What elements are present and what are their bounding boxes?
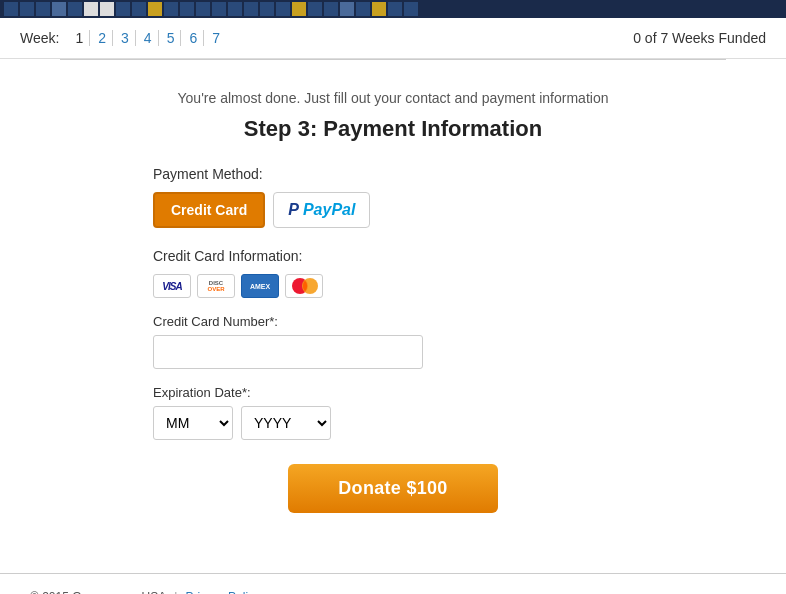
footer-left: © 2015 Greenpeace USA | Privacy Policy	[30, 590, 260, 594]
banner-sq	[308, 2, 322, 16]
banner-sq	[372, 2, 386, 16]
week-4-link[interactable]: 4	[138, 30, 159, 46]
banner-sq	[292, 2, 306, 16]
footer-separator: |	[174, 590, 177, 594]
cc-number-label: Credit Card Number*:	[153, 314, 633, 329]
payment-method-label: Payment Method:	[153, 166, 633, 182]
banner-sq	[340, 2, 354, 16]
week-label: Week:	[20, 30, 59, 46]
cc-info-label: Credit Card Information:	[153, 248, 633, 264]
banner-sq	[148, 2, 162, 16]
banner-sq	[20, 2, 34, 16]
banner-sq	[244, 2, 258, 16]
payment-methods: Credit Card PPayPal	[153, 192, 633, 228]
year-select[interactable]: YYYY 2015 2016 2017 2018 2019 2020 2021 …	[241, 406, 331, 440]
week-navigation: Week: 1 2 3 4 5 6 7 0 of 7 Weeks Funded	[0, 18, 786, 59]
mastercard-icon	[285, 274, 323, 298]
banner-sq	[100, 2, 114, 16]
expiry-row: MM 01 02 03 04 05 06 07 08 09 10 11 12 Y…	[153, 406, 633, 440]
week-7-link[interactable]: 7	[206, 30, 226, 46]
banner-sq	[404, 2, 418, 16]
credit-card-button[interactable]: Credit Card	[153, 192, 265, 228]
week-3-link[interactable]: 3	[115, 30, 136, 46]
main-content: You're almost done. Just fill out your c…	[93, 60, 693, 553]
paypal-p-icon: P	[288, 201, 299, 219]
banner-sq	[68, 2, 82, 16]
banner-sq	[228, 2, 242, 16]
step-title: Step 3: Payment Information	[153, 116, 633, 142]
paypal-al-icon: PayPal	[303, 201, 355, 219]
banner-sq	[260, 2, 274, 16]
banner-sq	[36, 2, 50, 16]
banner-sq	[4, 2, 18, 16]
month-select[interactable]: MM 01 02 03 04 05 06 07 08 09 10 11 12	[153, 406, 233, 440]
cc-number-input[interactable]	[153, 335, 423, 369]
donate-button[interactable]: Donate $100	[288, 464, 497, 513]
week-6-link[interactable]: 6	[183, 30, 204, 46]
banner-sq	[324, 2, 338, 16]
banner-sq	[212, 2, 226, 16]
banner-sq	[196, 2, 210, 16]
funded-status: 0 of 7 Weeks Funded	[633, 30, 766, 46]
banner-sq	[180, 2, 194, 16]
week-nav-left: Week: 1 2 3 4 5 6 7	[20, 30, 226, 46]
mastercard-svg	[286, 274, 322, 298]
discover-bottom: OVER	[207, 286, 224, 292]
discover-icon: DISC OVER	[197, 274, 235, 298]
week-2-link[interactable]: 2	[92, 30, 113, 46]
paypal-button[interactable]: PPayPal	[273, 192, 370, 228]
footer-legal: Greenpeace, Inc. is a non-profit, tax-ex…	[300, 590, 640, 594]
card-icons: VISA DISC OVER AMEX	[153, 274, 633, 298]
donate-button-wrapper: Donate $100	[153, 464, 633, 513]
expiration-label: Expiration Date*:	[153, 385, 633, 400]
footer: © 2015 Greenpeace USA | Privacy Policy G…	[0, 573, 786, 594]
banner-sq	[116, 2, 130, 16]
banner-sq	[388, 2, 402, 16]
header-banner	[0, 0, 786, 18]
amex-label: AMEX	[250, 283, 270, 290]
privacy-policy-link[interactable]: Privacy Policy	[185, 590, 260, 594]
banner-decoration	[0, 0, 422, 18]
week-1: 1	[69, 30, 90, 46]
banner-sq	[356, 2, 370, 16]
banner-sq	[276, 2, 290, 16]
visa-icon: VISA	[153, 274, 191, 298]
copyright-text: © 2015 Greenpeace USA	[30, 590, 166, 594]
amex-icon: AMEX	[241, 274, 279, 298]
banner-sq	[164, 2, 178, 16]
page-subtitle: You're almost done. Just fill out your c…	[153, 90, 633, 106]
week-5-link[interactable]: 5	[161, 30, 182, 46]
banner-sq	[84, 2, 98, 16]
banner-sq	[132, 2, 146, 16]
banner-sq	[52, 2, 66, 16]
